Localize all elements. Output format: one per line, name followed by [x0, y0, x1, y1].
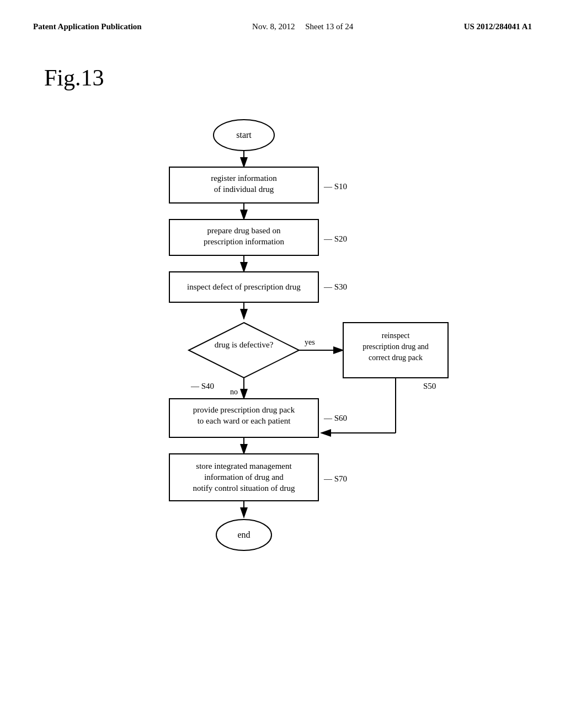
publication-label: Patent Application Publication	[33, 22, 142, 31]
date-label: Nov. 8, 2012	[252, 22, 295, 31]
no-label: no	[230, 388, 238, 396]
start-label: start	[236, 130, 252, 140]
figure-title: Fig.13	[0, 31, 565, 91]
s10-step: — S10	[323, 182, 347, 191]
patent-number: US 2012/284041 A1	[464, 22, 532, 31]
s50-line1: reinspect	[382, 331, 410, 340]
s60-step: — S60	[323, 414, 347, 422]
date-sheet: Nov. 8, 2012 Sheet 13 of 24	[252, 22, 353, 31]
yes-label: yes	[305, 338, 315, 346]
s70-line1: store integrated management	[196, 462, 292, 470]
flowchart-container: start register information of individual…	[0, 108, 565, 631]
s30-step: — S30	[323, 282, 347, 291]
s60-line1: provide prescription drug pack	[193, 405, 295, 414]
s10-line1: register information	[211, 174, 277, 183]
s20-line1: prepare drug based on	[207, 226, 281, 235]
s30-text: inspect defect of prescription drug	[187, 282, 301, 291]
s50-line3: correct drug pack	[369, 354, 423, 362]
s10-line2: of individual drug	[214, 185, 274, 194]
sheet-label: Sheet 13 of 24	[305, 22, 353, 31]
end-label: end	[237, 530, 250, 539]
s70-line3: notify control situation of drug	[193, 484, 295, 493]
s50-line2: prescription drug and	[363, 342, 429, 351]
s20-step: — S20	[323, 234, 347, 243]
s40-line1: drug is defective?	[215, 340, 274, 349]
s50-step: S50	[423, 382, 436, 390]
s70-step: — S70	[323, 474, 347, 483]
s20-line2: prescription information	[204, 237, 285, 246]
flowchart-svg: start register information of individual…	[89, 108, 476, 631]
s70-line2: information of drug and	[204, 473, 284, 481]
page-header: Patent Application Publication Nov. 8, 2…	[0, 0, 565, 31]
svg-marker-8	[189, 323, 299, 378]
s60-line2: to each ward or each patient	[198, 416, 291, 425]
s40-step: — S40	[190, 382, 214, 390]
